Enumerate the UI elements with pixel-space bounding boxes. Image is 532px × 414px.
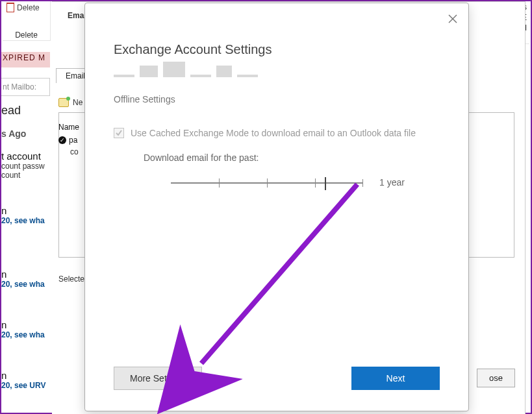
download-range-slider[interactable] (171, 182, 363, 184)
close-button[interactable] (445, 11, 461, 27)
cached-mode-label: Use Cached Exchange Mode to download ema… (131, 128, 416, 138)
delete-group-label: Delete (3, 30, 50, 40)
dialog-title: Exchange Account Settings (114, 42, 272, 57)
masked-email-placeholder (114, 62, 258, 77)
new-mail-icon (58, 98, 69, 107)
exchange-account-settings-dialog: Exchange Account Settings Offline Settin… (84, 3, 469, 411)
days-ago-heading: s Ago (1, 128, 26, 139)
trash-icon (6, 3, 14, 12)
delete-menu-item[interactable]: Delete (6, 3, 50, 12)
download-past-label: Download email for the past: (144, 152, 259, 163)
unread-heading: ead (1, 104, 21, 117)
cached-mode-checkbox[interactable] (114, 128, 124, 138)
list-item[interactable]: n 20, see wha (1, 205, 52, 225)
list-item[interactable]: n 20, see wha (1, 319, 52, 339)
cached-mode-checkbox-row: Use Cached Exchange Mode to download ema… (114, 128, 416, 138)
new-account-button[interactable]: Ne (58, 98, 82, 107)
check-icon (116, 130, 122, 136)
expired-banner: XPIRED M (1, 52, 50, 67)
screenshot-stage: Delete Delete ddres ilter E Find XPIRED … (0, 0, 532, 414)
search-input[interactable]: nt Mailbo: (1, 78, 50, 96)
slider-value-label: 1 year (379, 177, 405, 188)
slider-thumb[interactable] (325, 177, 326, 190)
close-button-fragment[interactable]: ose (477, 369, 515, 387)
default-check-icon: ✓ (58, 136, 66, 144)
next-button[interactable]: Next (351, 367, 440, 390)
table-row: co (70, 147, 79, 156)
offline-settings-heading: Offline Settings (114, 94, 175, 104)
email-section-label: Ema (68, 11, 84, 20)
ribbon-delete-group: Delete Delete (3, 1, 51, 41)
close-icon (448, 14, 457, 23)
column-header-name: Name (58, 123, 79, 132)
list-item[interactable]: n 20, see URV (1, 370, 52, 390)
more-settings-button[interactable]: More Settings (114, 367, 202, 390)
table-row[interactable]: ✓ pa (58, 136, 77, 145)
list-item[interactable]: n 20, see wha (1, 269, 52, 289)
list-item[interactable]: t account count passw count (1, 151, 52, 180)
